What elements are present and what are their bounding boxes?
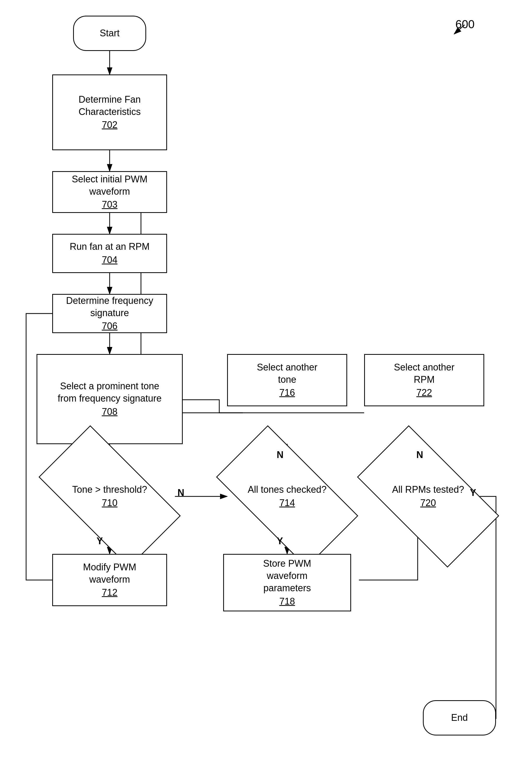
- label-y-714: Y: [277, 536, 283, 546]
- label-y-720: Y: [470, 487, 476, 498]
- label-n-710: N: [177, 487, 184, 498]
- node-716: Select another tone 716: [227, 354, 347, 406]
- node-718: Store PWM waveform parameters 718: [223, 554, 351, 611]
- ref-number: 600: [455, 18, 474, 31]
- flowchart: 600: [0, 0, 532, 765]
- end-node: End: [423, 700, 496, 735]
- node-708: Select a prominent tone from frequency s…: [37, 354, 183, 444]
- start-node: Start: [73, 16, 146, 51]
- label-n-720: N: [416, 449, 423, 460]
- label-y-710: Y: [97, 536, 103, 546]
- node-706: Determine frequency signature 706: [52, 294, 167, 333]
- node-722: Select another RPM 722: [364, 354, 484, 406]
- label-n-714: N: [277, 449, 284, 460]
- node-720: All RPMs tested? 720: [357, 425, 499, 567]
- node-703: Select initial PWM waveform 703: [52, 171, 167, 213]
- node-710: Tone > threshold? 710: [39, 425, 181, 567]
- node-702: Determine Fan Characteristics 702: [52, 74, 167, 150]
- node-704: Run fan at an RPM 704: [52, 234, 167, 273]
- node-712: Modify PWM waveform 712: [52, 554, 167, 606]
- node-714: All tones checked? 714: [216, 425, 358, 567]
